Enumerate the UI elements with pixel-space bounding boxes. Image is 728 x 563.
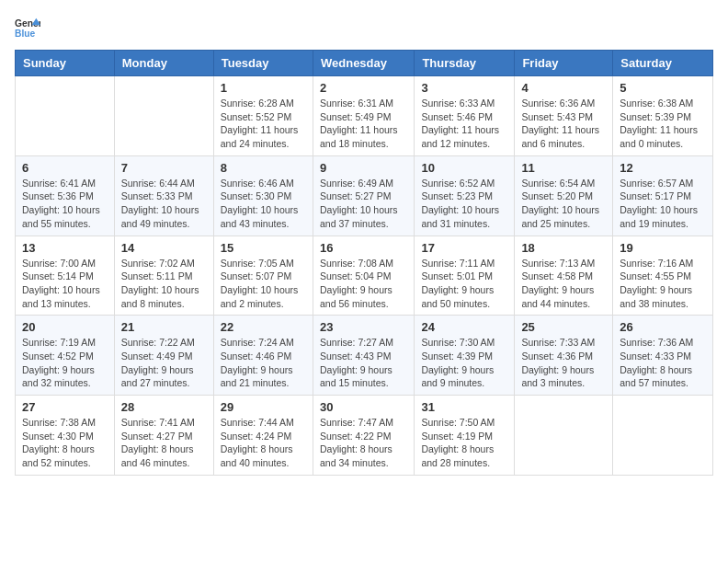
day-number: 22 bbox=[221, 320, 306, 334]
calendar-cell: 6Sunrise: 6:41 AM Sunset: 5:36 PM Daylig… bbox=[16, 155, 115, 236]
day-number: 3 bbox=[421, 81, 507, 95]
calendar-cell: 28Sunrise: 7:41 AM Sunset: 4:27 PM Dayli… bbox=[114, 396, 213, 476]
cell-content: Sunrise: 7:36 AM Sunset: 4:33 PM Dayligh… bbox=[620, 336, 706, 390]
calendar-cell: 21Sunrise: 7:22 AM Sunset: 4:49 PM Dayli… bbox=[114, 316, 213, 396]
calendar-cell: 2Sunrise: 6:31 AM Sunset: 5:49 PM Daylig… bbox=[313, 76, 414, 156]
day-number: 8 bbox=[221, 161, 306, 175]
day-number: 16 bbox=[320, 241, 407, 255]
day-number: 13 bbox=[22, 241, 108, 255]
day-number: 15 bbox=[221, 241, 306, 255]
cell-content: Sunrise: 7:08 AM Sunset: 5:04 PM Dayligh… bbox=[320, 257, 407, 311]
calendar-cell: 25Sunrise: 7:33 AM Sunset: 4:36 PM Dayli… bbox=[515, 316, 613, 396]
cell-content: Sunrise: 7:22 AM Sunset: 4:49 PM Dayligh… bbox=[121, 336, 207, 390]
day-header-friday: Friday bbox=[515, 51, 613, 76]
cell-content: Sunrise: 7:24 AM Sunset: 4:46 PM Dayligh… bbox=[221, 336, 306, 390]
cell-content: Sunrise: 7:13 AM Sunset: 4:58 PM Dayligh… bbox=[521, 257, 606, 311]
day-header-sunday: Sunday bbox=[16, 51, 115, 76]
calendar-cell: 13Sunrise: 7:00 AM Sunset: 5:14 PM Dayli… bbox=[16, 236, 115, 316]
calendar-cell bbox=[114, 76, 213, 156]
calendar-cell bbox=[16, 76, 115, 156]
calendar-cell: 20Sunrise: 7:19 AM Sunset: 4:52 PM Dayli… bbox=[16, 316, 115, 396]
cell-content: Sunrise: 7:30 AM Sunset: 4:39 PM Dayligh… bbox=[421, 336, 507, 390]
day-header-thursday: Thursday bbox=[415, 51, 515, 76]
day-number: 30 bbox=[320, 400, 407, 414]
day-number: 24 bbox=[421, 320, 507, 334]
cell-content: Sunrise: 7:50 AM Sunset: 4:19 PM Dayligh… bbox=[421, 416, 507, 470]
calendar-cell: 10Sunrise: 6:52 AM Sunset: 5:23 PM Dayli… bbox=[415, 155, 515, 236]
day-number: 23 bbox=[320, 320, 407, 334]
calendar-cell: 27Sunrise: 7:38 AM Sunset: 4:30 PM Dayli… bbox=[16, 396, 115, 476]
cell-content: Sunrise: 7:11 AM Sunset: 5:01 PM Dayligh… bbox=[421, 257, 507, 311]
calendar-week-row: 1Sunrise: 6:28 AM Sunset: 5:52 PM Daylig… bbox=[16, 76, 713, 156]
cell-content: Sunrise: 7:00 AM Sunset: 5:14 PM Dayligh… bbox=[22, 257, 108, 311]
cell-content: Sunrise: 6:54 AM Sunset: 5:20 PM Dayligh… bbox=[521, 177, 606, 231]
cell-content: Sunrise: 7:27 AM Sunset: 4:43 PM Dayligh… bbox=[320, 336, 407, 390]
calendar-cell: 26Sunrise: 7:36 AM Sunset: 4:33 PM Dayli… bbox=[613, 316, 713, 396]
calendar-table: SundayMondayTuesdayWednesdayThursdayFrid… bbox=[15, 50, 713, 476]
cell-content: Sunrise: 6:33 AM Sunset: 5:46 PM Dayligh… bbox=[421, 97, 507, 151]
day-number: 1 bbox=[221, 81, 306, 95]
day-number: 29 bbox=[221, 400, 306, 414]
cell-content: Sunrise: 7:19 AM Sunset: 4:52 PM Dayligh… bbox=[22, 336, 108, 390]
day-number: 21 bbox=[121, 320, 207, 334]
cell-content: Sunrise: 6:57 AM Sunset: 5:17 PM Dayligh… bbox=[620, 177, 706, 231]
calendar-cell: 8Sunrise: 6:46 AM Sunset: 5:30 PM Daylig… bbox=[213, 155, 313, 236]
calendar-cell: 12Sunrise: 6:57 AM Sunset: 5:17 PM Dayli… bbox=[613, 155, 713, 236]
calendar-cell: 3Sunrise: 6:33 AM Sunset: 5:46 PM Daylig… bbox=[415, 76, 515, 156]
calendar-week-row: 13Sunrise: 7:00 AM Sunset: 5:14 PM Dayli… bbox=[16, 236, 713, 316]
cell-content: Sunrise: 6:41 AM Sunset: 5:36 PM Dayligh… bbox=[22, 177, 108, 231]
calendar-week-row: 27Sunrise: 7:38 AM Sunset: 4:30 PM Dayli… bbox=[16, 396, 713, 476]
calendar-cell: 17Sunrise: 7:11 AM Sunset: 5:01 PM Dayli… bbox=[415, 236, 515, 316]
calendar-cell: 14Sunrise: 7:02 AM Sunset: 5:11 PM Dayli… bbox=[114, 236, 213, 316]
cell-content: Sunrise: 7:33 AM Sunset: 4:36 PM Dayligh… bbox=[521, 336, 606, 390]
calendar-cell bbox=[613, 396, 713, 476]
day-number: 6 bbox=[22, 161, 108, 175]
day-number: 19 bbox=[620, 241, 706, 255]
day-number: 2 bbox=[320, 81, 407, 95]
calendar-header-row: SundayMondayTuesdayWednesdayThursdayFrid… bbox=[16, 51, 713, 76]
day-number: 28 bbox=[121, 400, 207, 414]
cell-content: Sunrise: 6:49 AM Sunset: 5:27 PM Dayligh… bbox=[320, 177, 407, 231]
day-number: 25 bbox=[521, 320, 606, 334]
cell-content: Sunrise: 7:41 AM Sunset: 4:27 PM Dayligh… bbox=[121, 416, 207, 470]
cell-content: Sunrise: 6:52 AM Sunset: 5:23 PM Dayligh… bbox=[421, 177, 507, 231]
day-header-saturday: Saturday bbox=[613, 51, 713, 76]
day-number: 9 bbox=[320, 161, 407, 175]
day-number: 12 bbox=[620, 161, 706, 175]
day-number: 5 bbox=[620, 81, 706, 95]
calendar-cell: 16Sunrise: 7:08 AM Sunset: 5:04 PM Dayli… bbox=[313, 236, 414, 316]
day-header-wednesday: Wednesday bbox=[313, 51, 414, 76]
calendar-cell: 15Sunrise: 7:05 AM Sunset: 5:07 PM Dayli… bbox=[213, 236, 313, 316]
day-header-monday: Monday bbox=[114, 51, 213, 76]
calendar-cell bbox=[515, 396, 613, 476]
day-number: 31 bbox=[421, 400, 507, 414]
cell-content: Sunrise: 7:02 AM Sunset: 5:11 PM Dayligh… bbox=[121, 257, 207, 311]
day-number: 4 bbox=[521, 81, 606, 95]
day-number: 20 bbox=[22, 320, 108, 334]
day-number: 10 bbox=[421, 161, 507, 175]
logo-icon: General Blue bbox=[15, 15, 40, 40]
day-number: 17 bbox=[421, 241, 507, 255]
calendar-cell: 31Sunrise: 7:50 AM Sunset: 4:19 PM Dayli… bbox=[415, 396, 515, 476]
cell-content: Sunrise: 6:36 AM Sunset: 5:43 PM Dayligh… bbox=[521, 97, 606, 151]
calendar-cell: 1Sunrise: 6:28 AM Sunset: 5:52 PM Daylig… bbox=[213, 76, 313, 156]
cell-content: Sunrise: 7:47 AM Sunset: 4:22 PM Dayligh… bbox=[320, 416, 407, 470]
cell-content: Sunrise: 7:38 AM Sunset: 4:30 PM Dayligh… bbox=[22, 416, 108, 470]
cell-content: Sunrise: 7:44 AM Sunset: 4:24 PM Dayligh… bbox=[221, 416, 306, 470]
calendar-cell: 5Sunrise: 6:38 AM Sunset: 5:39 PM Daylig… bbox=[613, 76, 713, 156]
calendar-week-row: 20Sunrise: 7:19 AM Sunset: 4:52 PM Dayli… bbox=[16, 316, 713, 396]
cell-content: Sunrise: 6:46 AM Sunset: 5:30 PM Dayligh… bbox=[221, 177, 306, 231]
svg-text:Blue: Blue bbox=[15, 29, 36, 39]
page-header: General Blue bbox=[15, 15, 713, 40]
calendar-cell: 24Sunrise: 7:30 AM Sunset: 4:39 PM Dayli… bbox=[415, 316, 515, 396]
logo: General Blue bbox=[15, 15, 46, 40]
day-number: 26 bbox=[620, 320, 706, 334]
cell-content: Sunrise: 6:31 AM Sunset: 5:49 PM Dayligh… bbox=[320, 97, 407, 151]
calendar-cell: 4Sunrise: 6:36 AM Sunset: 5:43 PM Daylig… bbox=[515, 76, 613, 156]
calendar-cell: 18Sunrise: 7:13 AM Sunset: 4:58 PM Dayli… bbox=[515, 236, 613, 316]
cell-content: Sunrise: 6:44 AM Sunset: 5:33 PM Dayligh… bbox=[121, 177, 207, 231]
day-number: 7 bbox=[121, 161, 207, 175]
calendar-cell: 23Sunrise: 7:27 AM Sunset: 4:43 PM Dayli… bbox=[313, 316, 414, 396]
calendar-week-row: 6Sunrise: 6:41 AM Sunset: 5:36 PM Daylig… bbox=[16, 155, 713, 236]
calendar-cell: 11Sunrise: 6:54 AM Sunset: 5:20 PM Dayli… bbox=[515, 155, 613, 236]
